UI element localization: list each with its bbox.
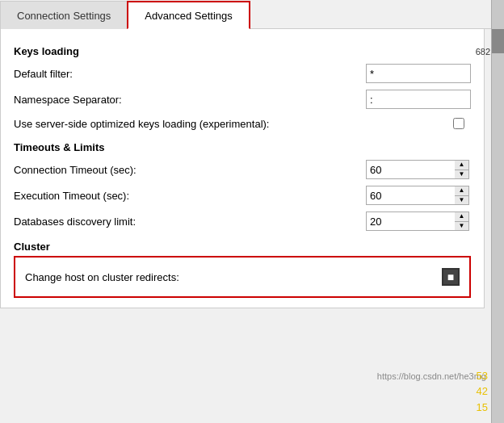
server-side-keys-row: Use server-side optimized keys loading (… xyxy=(14,112,471,135)
scrollbar-track[interactable] xyxy=(491,0,504,423)
cluster-section: Change host on cluster redirects: ■ xyxy=(14,256,471,298)
yellow-number-2: 42 xyxy=(477,383,488,400)
db-discovery-label: Databases discovery limit: xyxy=(14,216,366,228)
tab-connection[interactable]: Connection Settings xyxy=(0,1,127,29)
connection-timeout-input[interactable] xyxy=(366,160,455,179)
db-discovery-row: Databases discovery limit: ▲ ▼ xyxy=(14,208,471,234)
connection-timeout-spinner: ▲ ▼ xyxy=(366,160,471,179)
db-discovery-buttons: ▲ ▼ xyxy=(455,212,469,231)
tab-bar: Connection Settings Advanced Settings xyxy=(0,0,504,29)
execution-timeout-spinner: ▲ ▼ xyxy=(366,186,471,205)
yellow-numbers: 53 42 15 xyxy=(477,368,488,416)
url-text: https://blog.csdn.net/he3mg xyxy=(377,371,486,381)
cluster-header: Cluster xyxy=(14,241,471,253)
server-side-keys-label: Use server-side optimized keys loading (… xyxy=(14,118,453,130)
connection-timeout-up[interactable]: ▲ xyxy=(455,161,468,170)
connection-timeout-down[interactable]: ▼ xyxy=(455,170,468,179)
tab-connection-label: Connection Settings xyxy=(17,10,111,22)
db-discovery-spinner: ▲ ▼ xyxy=(366,212,471,231)
connection-timeout-buttons: ▲ ▼ xyxy=(455,160,469,179)
main-container: Connection Settings Advanced Settings Ke… xyxy=(0,0,504,423)
yellow-number-3: 15 xyxy=(477,400,488,416)
timeouts-header: Timeouts & Limits xyxy=(14,141,471,153)
namespace-separator-input[interactable] xyxy=(366,90,471,109)
execution-timeout-label: Execution Timeout (sec): xyxy=(14,190,366,202)
default-filter-input[interactable] xyxy=(366,64,471,83)
namespace-separator-row: Namespace Separator: xyxy=(14,86,471,112)
namespace-separator-label: Namespace Separator: xyxy=(14,94,366,106)
execution-timeout-up[interactable]: ▲ xyxy=(455,186,468,196)
side-number: 682 xyxy=(476,47,490,57)
tab-advanced[interactable]: Advanced Settings xyxy=(127,1,250,29)
change-host-checkbox[interactable]: ■ xyxy=(442,268,460,286)
server-side-keys-checkbox[interactable] xyxy=(453,118,464,129)
execution-timeout-row: Execution Timeout (sec): ▲ ▼ xyxy=(14,182,471,208)
db-discovery-up[interactable]: ▲ xyxy=(455,212,468,222)
connection-timeout-label: Connection Timeout (sec): xyxy=(14,164,366,176)
execution-timeout-input[interactable] xyxy=(366,186,455,205)
change-host-label: Change host on cluster redirects: xyxy=(25,271,179,283)
execution-timeout-buttons: ▲ ▼ xyxy=(455,186,469,205)
db-discovery-down[interactable]: ▼ xyxy=(455,222,468,231)
checkbox-check-icon: ■ xyxy=(447,270,454,283)
content-area: Keys loading Default filter: Namespace S… xyxy=(0,29,485,308)
keys-loading-header: Keys loading xyxy=(14,45,471,57)
db-discovery-input[interactable] xyxy=(366,212,455,231)
connection-timeout-row: Connection Timeout (sec): ▲ ▼ xyxy=(14,157,471,182)
scrollbar-thumb[interactable] xyxy=(492,29,504,53)
change-host-row: Change host on cluster redirects: ■ xyxy=(25,264,460,290)
default-filter-label: Default filter: xyxy=(14,68,366,80)
yellow-number-1: 53 xyxy=(477,368,488,384)
default-filter-row: Default filter: xyxy=(14,61,471,86)
execution-timeout-down[interactable]: ▼ xyxy=(455,196,468,205)
tab-advanced-label: Advanced Settings xyxy=(145,10,232,22)
